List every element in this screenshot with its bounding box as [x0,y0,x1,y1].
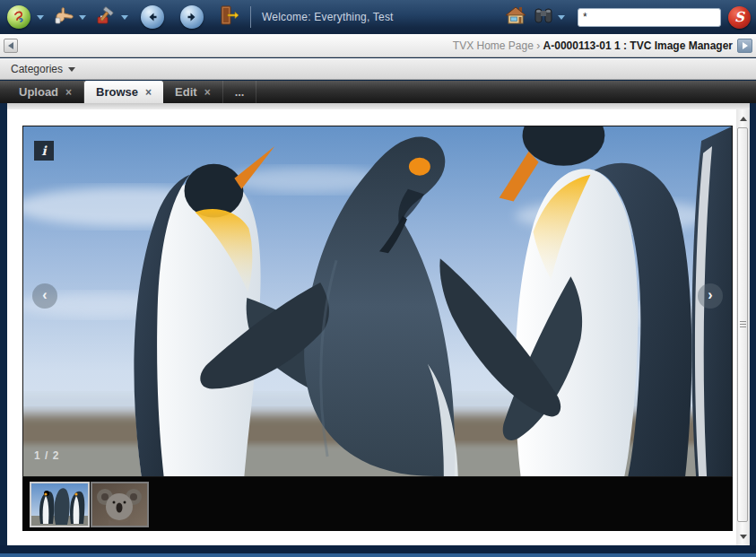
arrow-forward-icon [180,5,204,29]
tab-more[interactable]: ... [223,81,257,103]
content-panel: i ‹ › 1 / 2 [7,103,750,545]
next-image-button[interactable]: › [698,283,723,309]
koala-thumbnail[interactable] [91,482,149,527]
select-tool-button[interactable] [53,4,86,30]
apps-menu-button[interactable] [7,5,44,29]
bottom-accent-line [0,553,756,557]
breadcrumb-back-button[interactable] [4,39,18,53]
tab-bar: Upload × Browse × Edit × ... [0,81,756,103]
thumbnail-strip [22,477,733,531]
scrollbar-grip-icon [740,321,746,328]
scrollbar-thumb[interactable] [737,127,748,522]
close-icon[interactable]: × [145,86,152,99]
close-icon[interactable]: × [204,86,211,99]
categories-label: Categories [11,63,63,75]
chevron-down-icon [68,67,75,72]
breadcrumb-separator: › [536,39,540,52]
chevron-right-icon [743,42,748,49]
breadcrumb: TVX Home Page › A-0000113-01 1 : TVC Ima… [453,34,733,57]
sphere-apps-icon [7,5,30,29]
toolbox-hammer-icon [95,4,118,30]
search-menu-button[interactable] [532,4,565,30]
chevron-down-icon [121,15,128,20]
home-icon [503,4,528,30]
home-button[interactable] [503,4,528,30]
tab-upload[interactable]: Upload × [7,81,84,103]
previous-image-button[interactable]: ‹ [32,283,57,309]
tab-label: Browse [96,85,138,99]
arrow-back-icon [141,5,164,29]
welcome-text: Welcome: Everything, Test [262,11,394,23]
tab-label: Edit [175,85,197,99]
chevron-down-icon [37,15,44,20]
image-counter: 1 / 2 [34,449,59,462]
tab-label: ... [235,85,245,99]
triangle-down-icon [740,535,747,539]
chevron-down-icon [79,15,86,20]
toolbar-divider [250,6,251,28]
exit-door-icon [218,4,239,30]
hand-pointer-icon [53,4,76,30]
vertical-scrollbar[interactable] [736,109,750,545]
search-input[interactable] [578,8,721,27]
breadcrumb-current: A-0000113-01 1 : TVC Image Manager [543,39,733,52]
app-window: Welcome: Everything, Test S TVX Home Pag… [0,0,756,557]
categories-menu[interactable]: Categories [11,63,75,75]
red-s-logo[interactable]: S [728,6,751,29]
image-viewer: i ‹ › 1 / 2 [22,126,733,531]
penguins-thumbnail[interactable] [30,482,90,527]
close-icon[interactable]: × [65,86,72,99]
chevron-down-icon [558,15,565,20]
triangle-up-icon [740,117,747,121]
breadcrumb-bar: TVX Home Page › A-0000113-01 1 : TVC Ima… [0,34,756,57]
tab-edit[interactable]: Edit × [163,81,223,103]
top-toolbar: Welcome: Everything, Test S [0,0,756,34]
binoculars-icon [532,4,555,30]
tab-label: Upload [19,85,58,99]
info-button[interactable]: i [34,141,54,161]
tools-menu-button[interactable] [95,4,128,30]
tab-browse[interactable]: Browse × [84,81,163,103]
categories-bar: Categories [0,58,756,80]
content-top-strip [7,103,750,109]
right-frame-border [750,103,756,557]
breadcrumb-forward-button[interactable] [737,39,752,53]
chevron-left-icon [8,42,13,49]
breadcrumb-parent[interactable]: TVX Home Page [453,39,534,52]
logout-button[interactable] [218,4,239,30]
back-button[interactable] [141,5,168,29]
scroll-up-button[interactable] [736,111,750,126]
scroll-down-button[interactable] [736,529,750,544]
penguins-photo-image [23,126,732,476]
forward-button[interactable] [180,5,207,29]
penguins-photo[interactable]: i ‹ › 1 / 2 [22,126,733,477]
left-frame-border [0,103,7,557]
